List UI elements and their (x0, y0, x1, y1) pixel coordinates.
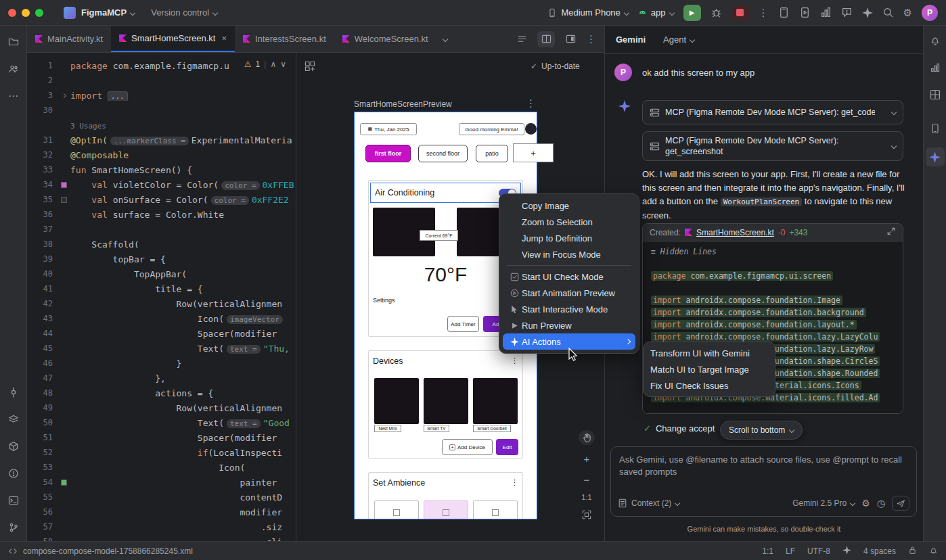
problems-tool-icon[interactable] (4, 464, 23, 483)
add-device-button[interactable]: +Add Device (442, 439, 493, 455)
current-file[interactable]: compose-compose-model-1758866285245.xml (8, 546, 193, 556)
device-manager-icon[interactable] (778, 7, 790, 18)
tab-agent[interactable]: Agent (663, 34, 694, 45)
notifications-icon[interactable] (926, 31, 945, 50)
code-editor[interactable]: 1package com.example.figmamcp.u23import … (27, 53, 296, 541)
search-icon[interactable] (882, 7, 894, 18)
build-tool-icon[interactable] (4, 437, 23, 456)
menu-item-run-preview[interactable]: Run Preview (503, 317, 635, 333)
tab-welcomescreen[interactable]: WelcomeScreen.kt (334, 26, 436, 52)
kebab-icon[interactable]: ⋮ (511, 478, 518, 487)
stop-button[interactable] (731, 5, 749, 21)
chip-second-floor[interactable]: second floor (418, 145, 468, 162)
gemini-tool-icon[interactable] (926, 147, 945, 166)
profiler-tool-icon[interactable] (926, 58, 945, 77)
notification-bell-icon[interactable] (929, 546, 938, 557)
more-tool-windows-icon[interactable]: ⋯ (4, 87, 23, 106)
tab-gemini[interactable]: Gemini (616, 34, 646, 45)
project-tool-icon[interactable] (4, 32, 23, 51)
cursor-position[interactable]: 1:1 (762, 546, 773, 556)
gemini-input-box[interactable]: Ask Gemini, use @filename to attach sour… (610, 446, 917, 517)
scroll-to-bottom-button[interactable]: Scroll to bottom (720, 421, 803, 440)
mcp-call-card[interactable]: MCP (Figma Remote Dev Mode MCP Server): … (642, 100, 903, 124)
run-configuration-selector[interactable]: app (638, 7, 674, 18)
gemini-settings-gear-icon[interactable]: ⚙ (861, 498, 870, 509)
menu-item-start-interactive-mode[interactable]: Start Interactive Mode (503, 301, 635, 317)
model-selector[interactable]: Gemini 2.5 Pro (792, 498, 855, 508)
layout-inspector-icon[interactable] (926, 85, 945, 104)
device-selector[interactable]: Medium Phone (547, 7, 628, 18)
app-insights-icon[interactable] (841, 7, 853, 18)
device-explorer-icon[interactable] (926, 119, 945, 138)
gallery-view-icon[interactable] (305, 61, 315, 74)
edit-button[interactable]: Edit (496, 439, 518, 455)
hidden-lines-row[interactable]: ≡ Hidden Lines (651, 247, 903, 259)
menu-item-start-ui-check-mode[interactable]: Start UI Check Mode (503, 269, 635, 285)
fit-to-screen-icon[interactable] (579, 507, 595, 522)
history-icon[interactable]: ◷ (877, 498, 885, 509)
zoom-in-button[interactable]: + (579, 451, 595, 466)
project-menu[interactable]: FigmaMCP (81, 7, 135, 18)
device-tile[interactable] (473, 378, 518, 424)
next-issue-icon[interactable]: ∨ (280, 60, 286, 69)
tab-smarthomescreen[interactable]: SmartHomeScreen.kt× (111, 26, 235, 52)
menu-item-transform-ui-with-gemini[interactable]: Transform UI with Gemini (646, 345, 772, 361)
services-tool-icon[interactable] (4, 410, 23, 429)
inspections-widget[interactable]: ⚠ 1 | ∧ ∨ (240, 58, 290, 70)
chip-add-floor[interactable]: + (513, 143, 554, 162)
debug-icon[interactable] (711, 7, 722, 18)
tab-mainactivity[interactable]: MainActivity.kt (27, 26, 111, 52)
chevron-down-icon[interactable] (891, 110, 897, 115)
mcp-call-card[interactable]: MCP (Figma Remote Dev Mode MCP Server): … (642, 131, 903, 161)
menu-item-start-animation-preview[interactable]: Start Animation Preview (503, 285, 635, 301)
design-view-toggle[interactable] (562, 31, 579, 47)
menu-item-view-in-focus-mode[interactable]: View in Focus Mode (503, 246, 635, 262)
menu-item-match-ui-to-target-image[interactable]: Match UI to Target Image (646, 361, 772, 377)
chip-patio[interactable]: patio (476, 145, 508, 162)
device-tile[interactable] (374, 378, 419, 424)
created-file-link[interactable]: SmartHomeScreen.kt (696, 228, 774, 237)
window-zoom-button[interactable] (35, 9, 43, 17)
version-control-tool-icon[interactable] (4, 518, 23, 537)
encoding[interactable]: UTF-8 (807, 546, 830, 556)
open-diff-icon[interactable] (886, 227, 896, 238)
user-avatar[interactable]: P (922, 5, 938, 21)
settings-gear-icon[interactable]: ⚙ (903, 7, 912, 19)
add-timer-button[interactable]: Add Timer (447, 316, 479, 332)
window-close-button[interactable] (8, 9, 16, 17)
zoom-out-button[interactable]: − (579, 472, 595, 487)
split-view-toggle[interactable] (537, 31, 555, 47)
editor-options-menu[interactable]: ⋮ (586, 33, 596, 45)
indent-setting[interactable]: 4 spaces (863, 546, 896, 556)
menu-item-copy-image[interactable]: Copy Image (503, 197, 635, 214)
gemini-toolbar-icon[interactable] (862, 7, 873, 18)
settings-label[interactable]: Settings (373, 297, 395, 304)
chevron-down-icon[interactable] (891, 143, 897, 149)
pan-hand-icon[interactable] (579, 430, 595, 445)
ambience-tile[interactable] (473, 500, 518, 519)
gemini-status-icon[interactable] (842, 546, 851, 557)
readonly-lock-icon[interactable] (908, 546, 917, 557)
context-selector[interactable]: Context (2) (618, 498, 679, 508)
ambience-tile[interactable] (374, 500, 419, 519)
run-button[interactable]: ▶ (683, 5, 701, 21)
profiler-icon[interactable] (820, 7, 832, 18)
vcs-widget[interactable]: Version control (151, 7, 217, 18)
code-view-toggle[interactable] (513, 31, 531, 47)
tab-interestsscreen[interactable]: InterestsScreen.kt (235, 26, 334, 52)
prompt-input[interactable]: Ask Gemini, use @filename to attach sour… (619, 454, 910, 478)
menu-item-fix-ui-check-issues[interactable]: Fix UI Check Issues (646, 377, 772, 394)
running-devices-icon[interactable] (799, 7, 811, 18)
pull-requests-icon[interactable] (4, 60, 23, 78)
zoom-ratio-button[interactable]: 1:1 (581, 493, 591, 501)
close-icon[interactable]: × (221, 33, 227, 43)
prev-issue-icon[interactable]: ∧ (270, 60, 276, 69)
send-button[interactable] (892, 496, 909, 511)
menu-item-zoom-to-selection[interactable]: Zoom to Selection (503, 214, 635, 230)
ambience-tile[interactable] (424, 500, 468, 519)
device-tile[interactable] (424, 378, 468, 424)
chip-first-floor[interactable]: first floor (365, 145, 411, 162)
hidden-tabs-dropdown[interactable] (436, 26, 454, 52)
terminal-tool-icon[interactable] (4, 491, 23, 510)
commit-tool-icon[interactable] (4, 383, 23, 402)
